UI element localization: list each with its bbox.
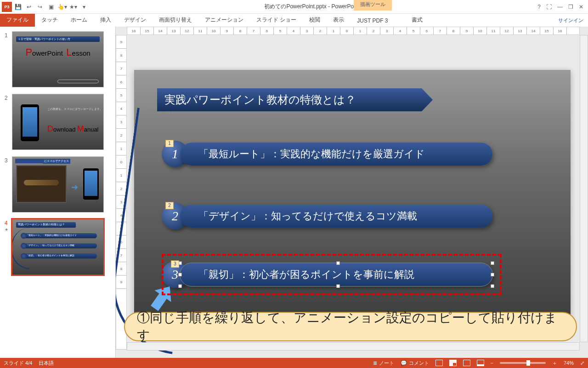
start-slideshow-icon[interactable]: ▣ [46, 2, 56, 12]
zoom-in-button[interactable]: ＋ [552, 360, 557, 367]
normal-view-icon[interactable] [435, 360, 443, 366]
slide-canvas[interactable]: 実践パワーポイント教材の特徴とは？ 1 1 「最短ルート」：実践的な機能だけを厳… [134, 70, 571, 332]
zoom-slider[interactable] [500, 362, 546, 364]
close-icon[interactable]: ✕ [579, 4, 583, 10]
powerpoint-icon[interactable]: P3 [2, 2, 12, 12]
document-title: 初めてのPowerPoint.pptx - PowerPoint [91, 3, 533, 11]
tab-slideshow[interactable]: スライド ショー [250, 14, 303, 27]
notes-button[interactable]: ≣ ノート [373, 360, 394, 367]
slide-thumb-4[interactable]: 実践パワーポイント教材の特徴とは？ 「最短ルート」：実践的な機能だけを厳選ガイド… [12, 219, 104, 275]
animation-order-tag[interactable]: 2 [165, 202, 174, 209]
undo-icon[interactable]: ↩ [24, 2, 34, 12]
thumb-row-1[interactable]: 1 １日で習得・実践パワーポイントの使い方 PowerPoint Lesson [5, 31, 111, 87]
thumb4-bullet: 「最短ルート」：実践的な機能だけを厳選ガイド [23, 233, 97, 238]
ribbon-tabs: ファイル タッチ ホーム 挿入 デザイン 画面切り替え アニメーション スライド… [0, 14, 588, 27]
title-bar: P3 💾 ↩ ↪ ▣ 👆▾ ★▾ ▾ 初めてのPowerPoint.pptx -… [0, 0, 588, 14]
redo-icon[interactable]: ↪ [35, 2, 45, 12]
slide-editor[interactable]: 1615141312111098765432101234567891011121… [116, 27, 588, 358]
thumb-number: 2 [5, 94, 12, 150]
thumb4-bullet: 「親切」：初心者が困るポイントを事前に解説 [23, 253, 97, 259]
thumb2-text: この教材を、スマホにダウンロードします。 [47, 107, 102, 111]
instruction-callout: ①同じ手順を繰り返して、アニメーション設定のコピーして貼り付けます [124, 312, 577, 341]
slide-counter[interactable]: スライド 4/4 [4, 360, 32, 367]
zoom-level[interactable]: 74% [564, 360, 574, 366]
window-controls: ? ⛶ — ❐ ✕ [533, 4, 588, 10]
slide-thumb-3[interactable]: にスマホでアクセス ➔ [12, 156, 104, 213]
animation-indicator-icon: ★ [5, 227, 12, 232]
quick-access-toolbar: P3 💾 ↩ ↪ ▣ 👆▾ ★▾ ▾ [0, 2, 91, 12]
horizontal-ruler[interactable]: 1615141312111098765432101234567891011121… [127, 27, 580, 35]
save-icon[interactable]: 💾 [13, 2, 23, 12]
slide-thumb-2[interactable]: この教材を、スマホにダウンロードします。 Download Manual [12, 94, 104, 150]
vertical-scrollbar[interactable] [580, 35, 588, 342]
phone-icon [21, 104, 39, 141]
thumb4-bullet: 「デザイン」：知ってるだけで使えるコツ満載 [23, 243, 97, 248]
slide-title-shape[interactable]: 実践パワーポイント教材の特徴とは？ [157, 88, 433, 111]
browser-icon [16, 165, 67, 203]
contextual-tab-label: 描画ツール [354, 0, 392, 11]
help-icon[interactable]: ? [537, 4, 541, 10]
thumb1-title: PowerPoint Lesson [12, 46, 103, 58]
slideshow-view-icon[interactable] [477, 360, 484, 366]
thumb2-title: Download Manual [47, 124, 99, 134]
tab-view[interactable]: 表示 [327, 14, 351, 27]
bullet-shape-1[interactable]: 1 1 「最短ルート」：実践的な機能だけを厳選ガイド [162, 143, 492, 166]
thumb-number: 1 [5, 31, 12, 87]
sorter-view-icon[interactable] [449, 360, 457, 366]
workspace: 1 １日で習得・実践パワーポイントの使い方 PowerPoint Lesson … [0, 27, 588, 358]
thumb-row-3[interactable]: 3 にスマホでアクセス ➔ [5, 156, 111, 213]
fit-window-icon[interactable]: ⤢ [580, 360, 584, 366]
phone-icon [83, 168, 99, 200]
zoom-out-button[interactable]: − [491, 360, 493, 366]
minimize-icon[interactable]: — [557, 4, 563, 10]
tab-review[interactable]: 校閲 [303, 14, 327, 27]
bullet-text-bar: 「最短ルート」：実践的な機能だけを厳選ガイド [180, 143, 492, 166]
tab-insert[interactable]: 挿入 [94, 14, 118, 27]
qat-customize-icon[interactable]: ▾ [79, 2, 89, 12]
tab-animations[interactable]: アニメーション [198, 14, 250, 27]
favorites-icon[interactable]: ★▾ [68, 2, 78, 12]
language-indicator[interactable]: 日本語 [39, 360, 54, 367]
thumb-number: 4 [5, 219, 12, 226]
thumb-row-4[interactable]: 4 ★ 実践パワーポイント教材の特徴とは？ 「最短ルート」：実践的な機能だけを厳… [5, 219, 111, 275]
arrow-icon: ➔ [71, 182, 78, 192]
thumb1-footer [57, 80, 99, 83]
tab-transitions[interactable]: 画面切り替え [153, 14, 198, 27]
ribbon-display-icon[interactable]: ⛶ [546, 4, 552, 10]
thumb3-tag: にスマホでアクセス [43, 159, 70, 164]
thumb1-band: １日で習得・実践パワーポイントの使い方 [16, 36, 100, 42]
comments-button[interactable]: 💬 コメント [401, 360, 429, 367]
tab-home[interactable]: ホーム [64, 14, 94, 27]
thumb-row-2[interactable]: 2 この教材を、スマホにダウンロードします。 Download Manual [5, 94, 111, 150]
slide-thumbnail-panel[interactable]: 1 １日で習得・実践パワーポイントの使い方 PowerPoint Lesson … [0, 27, 116, 358]
bullet-shape-2[interactable]: 2 2 「デザイン」：知ってるだけで使えるコツ満載 [162, 205, 492, 228]
animation-order-tag[interactable]: 1 [165, 140, 174, 147]
signin-link[interactable]: サインイン [554, 14, 588, 27]
tab-format[interactable]: 書式 [405, 14, 429, 27]
tab-touch[interactable]: タッチ [35, 14, 64, 27]
thumb-number: 3 [5, 156, 12, 213]
slide-thumb-1[interactable]: １日で習得・実践パワーポイントの使い方 PowerPoint Lesson [12, 31, 104, 87]
tab-design[interactable]: デザイン [118, 14, 153, 27]
tab-file[interactable]: ファイル [0, 14, 35, 27]
bullet-text-bar: 「デザイン」：知ってるだけで使えるコツ満載 [180, 205, 492, 228]
status-bar: スライド 4/4 日本語 ≣ ノート 💬 コメント − ＋ 74% ⤢ [0, 358, 588, 368]
highlight-annotation-box [162, 254, 502, 295]
tab-justpdf[interactable]: JUST PDF 3 [351, 15, 394, 27]
touch-mode-icon[interactable]: 👆▾ [57, 2, 67, 12]
reading-view-icon[interactable] [463, 360, 470, 366]
thumb4-header: 実践パワーポイント教材の特徴とは？ [16, 222, 76, 228]
maximize-icon[interactable]: ❐ [568, 4, 573, 10]
